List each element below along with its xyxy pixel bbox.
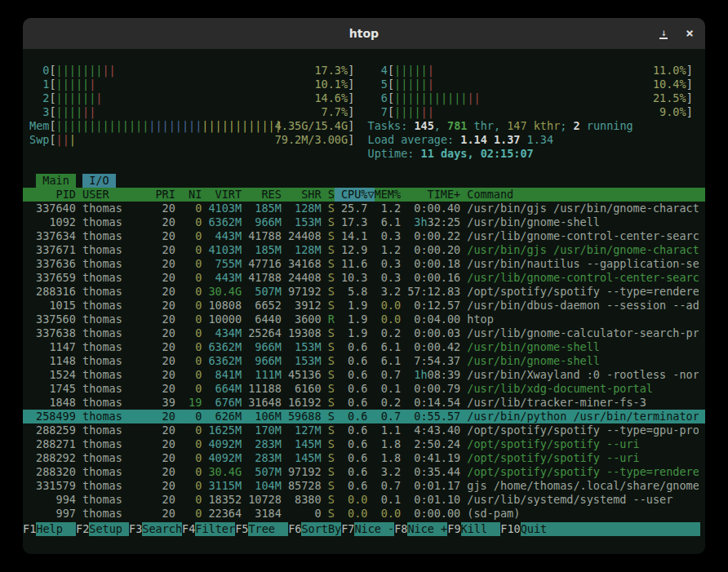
window-titlebar[interactable]: htop ↓ ×: [23, 18, 705, 49]
fkey-action-label: Help: [36, 522, 76, 536]
fkey-kill[interactable]: F9Kill: [447, 522, 500, 536]
column-header-pid[interactable]: PID: [29, 188, 76, 202]
table-row[interactable]: 258499thomas200626M106M59688S0.60.70:55.…: [23, 410, 705, 423]
shr-cell: 85728: [282, 479, 322, 493]
column-header-s[interactable]: S: [322, 188, 335, 202]
table-row[interactable]: 1092thomas2006362M966M153MS17.36.13h32:2…: [23, 215, 705, 229]
fkey-action-label: Setup: [89, 522, 129, 536]
table-row[interactable]: 1524thomas200841M111M45136S0.60.71h08:39…: [23, 368, 705, 382]
table-row[interactable]: 337659thomas200443M4178824408S10.30.30:0…: [23, 271, 705, 285]
table-row[interactable]: 337671thomas2004103M185M128MS12.91.20:00…: [23, 243, 705, 257]
cpu-cell: 0.6: [335, 479, 368, 493]
nice-cell: 0: [175, 215, 202, 229]
table-row[interactable]: 288271thomas2004092M283M145MS0.61.82:50.…: [23, 437, 705, 451]
table-row[interactable]: 288259thomas2001625M170M127MS0.61.14:43.…: [23, 423, 705, 437]
table-row[interactable]: 997thomas2002236431840S0.00.00:00.00(sd-…: [23, 507, 705, 521]
column-header-shr[interactable]: SHR: [282, 188, 322, 202]
table-row[interactable]: 337560thomas2001000064403600R1.90.00:04.…: [23, 313, 705, 326]
state-cell: S: [322, 410, 335, 423]
table-row[interactable]: 337634thomas200443M4178824408S14.10.30:0…: [23, 229, 705, 243]
shr-cell: 45136: [282, 368, 322, 382]
column-header-res[interactable]: RES: [242, 188, 282, 202]
command-cell: /usr/bin/nautilus --gapplication-serv: [467, 257, 699, 271]
fkey-tree[interactable]: F5Tree: [235, 522, 288, 536]
pri-cell: 20: [149, 382, 175, 396]
column-header-time[interactable]: TIME+: [401, 188, 460, 202]
column-header-cpu[interactable]: CPU%: [335, 188, 368, 202]
column-header-cmd[interactable]: Command: [467, 188, 699, 202]
cpu-cell: 1.9: [335, 326, 368, 340]
mem-cell: 1.1: [375, 423, 402, 437]
mem-cell: 6.1: [375, 215, 402, 229]
table-row[interactable]: 994thomas20018352107288380S0.00.10:01.10…: [23, 493, 705, 507]
res-cell: 111M: [242, 368, 282, 382]
cpu-cell: 0.6: [335, 451, 368, 465]
shr-cell: 145M: [282, 451, 322, 465]
fkey-help[interactable]: F1Help: [23, 522, 76, 536]
fkey-quit[interactable]: F10Quit: [500, 522, 700, 536]
res-cell: 25264: [242, 326, 282, 340]
res-cell: 185M: [242, 202, 282, 215]
state-cell: S: [322, 271, 335, 285]
table-row[interactable]: 288292thomas2004092M283M145MS0.61.80:41.…: [23, 451, 705, 465]
pri-cell: 20: [149, 368, 175, 382]
fkey-key-label: F1: [23, 522, 36, 536]
pri-cell: 20: [149, 243, 175, 257]
tab-main[interactable]: Main: [36, 174, 76, 188]
nice-cell: 0: [175, 507, 202, 521]
restore-down-icon[interactable]: ↓: [659, 29, 668, 39]
pri-cell: 20: [149, 354, 175, 368]
pid-cell: 288316: [29, 285, 76, 299]
command-cell: /usr/lib/systemd/systemd --user: [467, 493, 699, 507]
fkey-sortby[interactable]: F6SortBy: [288, 522, 341, 536]
mem-cell: 1.2: [375, 243, 402, 257]
pri-cell: 20: [149, 215, 175, 229]
cpu-cell: 14.1: [335, 229, 368, 243]
column-header-pri[interactable]: PRI: [149, 188, 175, 202]
table-row[interactable]: 1147thomas2006362M966M153MS0.66.10:00.42…: [23, 340, 705, 354]
res-cell: 170M: [242, 423, 282, 437]
close-icon[interactable]: ×: [686, 18, 694, 49]
meter-bars: |||||||||||||: [394, 91, 481, 105]
time-cell: 0:00.40: [401, 202, 460, 215]
table-row[interactable]: 1148thomas2006362M966M153MS0.66.17:54.37…: [23, 354, 705, 368]
column-header-virt[interactable]: VIRT: [202, 188, 242, 202]
mem-cell: 0.1: [375, 493, 402, 507]
state-cell: S: [322, 299, 335, 313]
cpu-cell: 17.3: [335, 215, 368, 229]
cpu-cell: 0.6: [335, 410, 368, 423]
table-row[interactable]: 337636thomas200755M4771634168S11.60.30:0…: [23, 257, 705, 271]
user-cell: thomas: [82, 465, 149, 479]
virt-cell: 443M: [202, 229, 242, 243]
time-cell: 0:41.19: [401, 451, 460, 465]
table-row[interactable]: 337638thomas200434M2526419308S1.90.20:00…: [23, 326, 705, 340]
pid-cell: 258499: [29, 410, 76, 423]
shr-cell: 34168: [282, 257, 322, 271]
cpu-cell: 0.6: [335, 354, 368, 368]
mem-cell: 0.2: [375, 396, 402, 410]
time-cell: 2:50.24: [401, 437, 460, 451]
column-header-user[interactable]: USER: [82, 188, 149, 202]
command-cell: /opt/spotify/spotify --type=gpu-proce: [467, 423, 699, 437]
table-row[interactable]: 1745thomas200664M111886160S0.60.10:00.79…: [23, 382, 705, 396]
fkey-setup[interactable]: F2Setup: [76, 522, 129, 536]
command-cell: /opt/spotify/spotify --type=renderer: [467, 285, 699, 299]
table-row[interactable]: 288316thomas20030.4G507M97192S5.83.257:1…: [23, 285, 705, 299]
meters-right-column: 4[||||||11.0%]5[||||||10.4%]6[||||||||||…: [368, 64, 699, 161]
column-header-ni[interactable]: NI: [175, 188, 202, 202]
fkey-filter[interactable]: F4Filter: [182, 522, 235, 536]
table-row[interactable]: 337640thomas2004103M185M128MS25.71.20:00…: [23, 202, 705, 215]
res-cell: 185M: [242, 243, 282, 257]
fkey-nice-[interactable]: F7Nice -: [341, 522, 394, 536]
shr-cell: 3600: [282, 313, 322, 326]
command-cell: /usr/lib/gnome-control-center-search-: [467, 229, 699, 243]
fkey-nice+[interactable]: F8Nice +: [394, 522, 447, 536]
column-header-mem[interactable]: MEM%: [375, 188, 402, 202]
table-row[interactable]: 288320thomas20030.4G507M97192S0.63.20:35…: [23, 465, 705, 479]
nice-cell: 0: [175, 229, 202, 243]
tab-io[interactable]: I/O: [82, 174, 116, 188]
table-row[interactable]: 1015thomas2001080866523912S1.90.00:12.57…: [23, 299, 705, 313]
fkey-search[interactable]: F3Search: [129, 522, 182, 536]
table-row[interactable]: 1848thomas3919676M3164816192S0.60.20:14.…: [23, 396, 705, 410]
table-row[interactable]: 331579thomas2003115M104M85728S0.60.70:01…: [23, 479, 705, 493]
